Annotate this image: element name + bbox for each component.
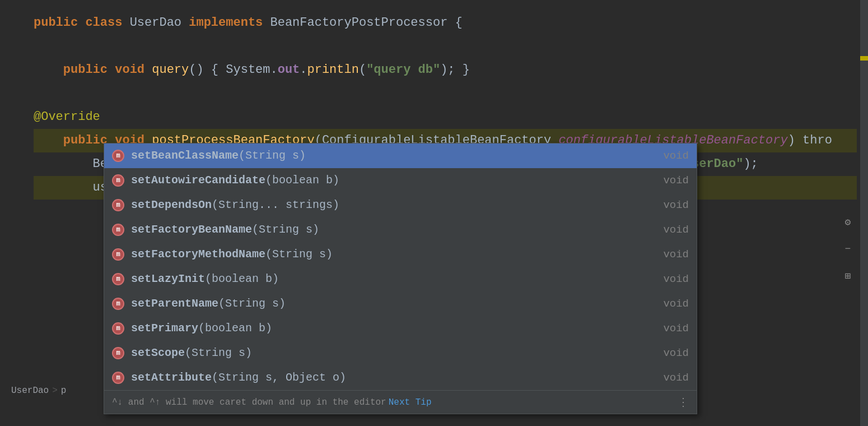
code-line-empty2	[34, 82, 857, 105]
ac-method-text-9: setAttribute(String s, Object o)	[131, 369, 346, 387]
minus-icon[interactable]: −	[839, 240, 857, 258]
next-tip-button[interactable]: Next Tip	[389, 397, 432, 408]
autocomplete-item-1[interactable]: m setAutowireCandidate(boolean b) void	[104, 168, 697, 193]
ac-method-text-6: setParentName(String s)	[131, 295, 286, 313]
autocomplete-item-8[interactable]: m setScope(String s) void	[104, 341, 697, 365]
ac-return-3: void	[663, 221, 689, 239]
autocomplete-item-4[interactable]: m setFactoryMethodName(String s) void	[104, 242, 697, 267]
breadcrumb-separator: >	[52, 386, 58, 396]
ac-return-7: void	[663, 320, 689, 337]
ac-method-text-0: setBeanClassName(String s)	[131, 147, 306, 165]
gear-icon[interactable]: ⚙	[839, 213, 857, 231]
autocomplete-footer: ^↓ and ^↑ will move caret down and up in…	[104, 390, 697, 414]
method-icon-1: m	[112, 174, 124, 187]
ac-method-text-8: setScope(String s)	[131, 344, 252, 362]
ac-return-2: void	[663, 196, 689, 214]
ac-method-text-4: setFactoryMethodName(String s)	[131, 246, 333, 263]
more-options-icon[interactable]: ⋮	[678, 395, 689, 409]
ac-return-0: void	[663, 147, 689, 165]
breadcrumb: UserDao > p	[0, 383, 77, 398]
breadcrumb-item-method: p	[61, 386, 67, 396]
autocomplete-item-7[interactable]: m setPrimary(boolean b) void	[104, 316, 697, 341]
code-editor: public class UserDao implements BeanFact…	[0, 0, 868, 426]
ac-return-9: void	[663, 369, 689, 387]
method-icon-0: m	[112, 150, 124, 162]
method-icon-2: m	[112, 199, 124, 211]
autocomplete-item-6[interactable]: m setParentName(String s) void	[104, 291, 697, 316]
ac-return-1: void	[663, 172, 689, 189]
method-icon-9: m	[112, 372, 124, 384]
ac-return-6: void	[663, 295, 689, 313]
method-icon-8: m	[112, 347, 124, 359]
autocomplete-item-2[interactable]: m setDependsOn(String... strings) void	[104, 193, 697, 217]
ac-method-text-5: setLazyInit(boolean b)	[131, 270, 279, 288]
method-icon-3: m	[112, 224, 124, 236]
code-line-3: @Override	[34, 105, 857, 129]
autocomplete-item-5[interactable]: m setLazyInit(boolean b) void	[104, 267, 697, 291]
breadcrumb-item-class: UserDao	[11, 386, 49, 396]
method-icon-6: m	[112, 298, 124, 310]
method-icon-4: m	[112, 248, 124, 261]
code-line-1: public class UserDao implements BeanFact…	[34, 11, 857, 35]
autocomplete-popup: m setBeanClassName(String s) void m setA…	[104, 143, 697, 414]
scrollbar-thumb[interactable]	[860, 56, 868, 61]
method-icon-7: m	[112, 322, 124, 335]
autocomplete-item-0[interactable]: m setBeanClassName(String s) void	[104, 143, 697, 168]
scrollbar-vertical[interactable]	[860, 0, 868, 426]
method-icon-5: m	[112, 273, 124, 285]
ac-method-text-3: setFactoryBeanName(String s)	[131, 221, 319, 239]
code-line-2: public void query() { System.out.println…	[34, 58, 857, 82]
ac-return-4: void	[663, 246, 689, 263]
ac-return-5: void	[663, 270, 689, 288]
autocomplete-item-3[interactable]: m setFactoryBeanName(String s) void	[104, 217, 697, 242]
structure-icon[interactable]: ⊞	[839, 267, 857, 285]
ac-method-text-2: setDependsOn(String... strings)	[131, 196, 339, 214]
ac-method-text-7: setPrimary(boolean b)	[131, 320, 272, 337]
ac-method-text-1: setAutowireCandidate(boolean b)	[131, 172, 339, 189]
footer-hint-text: ^↓ and ^↑ will move caret down and up in…	[112, 397, 386, 408]
right-panel-icons: ⚙ − ⊞	[839, 213, 857, 285]
code-line-empty1	[34, 35, 857, 58]
ac-return-8: void	[663, 344, 689, 362]
autocomplete-item-9[interactable]: m setAttribute(String s, Object o) void	[104, 365, 697, 390]
